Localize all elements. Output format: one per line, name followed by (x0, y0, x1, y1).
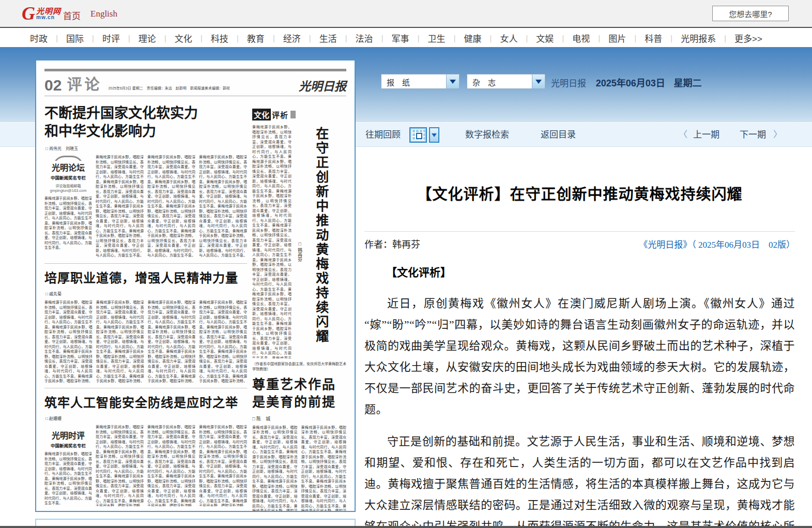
np-article4-author: □ 韩再芬 (297, 242, 303, 262)
np-article3-headline: 筑牢人工智能安全防线是应时之举 (44, 393, 247, 411)
logo-g-glyph: G (22, 4, 35, 23)
nav-separator: | (724, 34, 726, 42)
nav-item-20[interactable]: 更多>> (734, 32, 762, 44)
article-title: 【文化评析】在守正创新中推动黄梅戏持续闪耀 (364, 182, 795, 204)
newspaper-masthead: 光明日报 (299, 77, 346, 94)
nav-item-14[interactable]: 女人 (500, 32, 517, 44)
nav-item-7[interactable]: 教育 (247, 32, 265, 44)
np-filler-text: 黄梅戏源于民间乡野，唱腔淳朴流畅，以明快抒情见长，表现力丰富，深受观众喜爱。守正… (96, 155, 144, 258)
nav-separator: | (128, 34, 130, 42)
calendar-day-marker (416, 133, 422, 139)
nav-item-11[interactable]: 军事 (392, 32, 409, 44)
nav-separator: | (670, 34, 672, 42)
np-filler-text: 黄梅戏源于民间乡野，唱腔淳朴流畅，以明快抒情见长，表现力丰富，深受观众喜爱。守正… (301, 425, 347, 512)
calendar-dropdown-icon[interactable] (429, 127, 439, 143)
search-input[interactable] (712, 6, 789, 21)
nav-separator: | (526, 34, 528, 42)
newspaper-page-number: 02 (44, 77, 62, 94)
calendar-icon[interactable] (409, 127, 427, 143)
nav-item-19[interactable]: 光明报系 (681, 32, 716, 44)
np-culture-review-label: 文化 评析 (252, 109, 346, 120)
article-meta-row: 作者：韩再芬 《光明日报》（ 2025年06月03日 02版） (364, 237, 795, 250)
newspaper-top-rule (44, 69, 346, 71)
nav-separator: | (92, 34, 94, 42)
gmw-logo[interactable]: G 光明网 mw.cn (22, 4, 61, 23)
label-block-icon (290, 111, 296, 118)
np-filler-text: 黄梅戏源于民间乡野，唱腔淳朴流畅，以明快抒情见长，表现力丰富，深受观众喜爱。守正… (252, 125, 292, 358)
logo-brand-cn: 光明网 (36, 7, 61, 15)
np-filler-text: 黄梅戏源于民间乡野，唱腔淳朴流畅，以明快抒情见长，表现力丰富，深受观众喜爱。守正… (96, 300, 144, 383)
np-filler-text: 黄梅戏源于民间乡野，唱腔淳朴流畅，以明快抒情见长，表现力丰富，深受观众喜爱。守正… (44, 196, 92, 250)
nav-separator: | (309, 34, 311, 42)
np-article5-headline: 尊重艺术作品 是美育的前提 (252, 376, 346, 411)
nav-item-8[interactable]: 经济 (283, 32, 301, 44)
np-filler-text: 黄梅戏源于民间乡野，唱腔淳朴流畅，以明快抒情见长，表现力丰富，深受观众喜爱。守正… (199, 425, 247, 506)
newspaper-page-image[interactable]: 02 评论 2025年6月3日 星期二 责任编辑：朱远 赵新明 新闻报道美术编辑… (35, 59, 356, 512)
np-guangming-forum-badge: 光明论坛 中国新闻奖名专栏 评论版投稿邮箱 gmpinglun@163.com … (44, 155, 92, 258)
nav-item-18[interactable]: 科普 (645, 32, 662, 44)
english-link[interactable]: English (90, 9, 117, 19)
nav-item-12[interactable]: 卫生 (427, 32, 445, 44)
np-article2-headline: 培厚职业道德，增强人民精神力量 (44, 268, 247, 286)
chevron-down-icon[interactable] (532, 74, 545, 88)
np-filler-text: 黄梅戏源于民间乡野，唱腔淳朴流畅，以明快抒情见长，表现力丰富，深受观众喜爱。守正… (147, 155, 195, 258)
nav-item-9[interactable]: 生活 (319, 32, 337, 44)
nav-item-2[interactable]: 国际 (66, 32, 84, 44)
nav-item-6[interactable]: 科技 (211, 32, 228, 44)
paper-select[interactable]: 报 纸 (381, 74, 459, 89)
prev-issue-link[interactable]: 上一期 (693, 123, 719, 147)
np-filler-text: 黄梅戏源于民间乡野，唱腔淳朴流畅，以明快抒情见长，表现力丰富，深受观众喜爱。守正… (147, 425, 195, 506)
np-article-divider (44, 388, 247, 388)
newspaper-section-name: 评论 (67, 72, 102, 94)
np-article2-author: □ 戚先菊 (45, 291, 247, 296)
nav-separator: | (201, 34, 203, 42)
newspaper-header-rule (44, 96, 346, 96)
prev-bracket-icon[interactable]: 〈 (679, 123, 687, 147)
nav-item-5[interactable]: 文化 (175, 32, 192, 44)
nav-item-13[interactable]: 健康 (464, 32, 481, 44)
paper-select-value: 报 纸 (387, 77, 410, 87)
np-filler-text: 黄梅戏源于民间乡野，唱腔淳朴流畅，以明快抒情见长，表现力丰富，深受观众喜爱。守正… (199, 155, 247, 258)
nav-separator: | (381, 34, 384, 42)
np-filler-text: 黄梅戏源于民间乡野，唱腔淳朴流畅，以明快抒情见长，表现力丰富，深受观众喜爱。守正… (199, 300, 247, 383)
nav-item-10[interactable]: 法治 (356, 32, 373, 44)
article-body: 【文化评析】 近日，原创黄梅戏《徽州女人》在澳门威尼斯人剧场上演。《徽州女人》通… (364, 258, 795, 528)
nav-separator: | (345, 34, 347, 42)
nav-item-17[interactable]: 图片 (608, 32, 626, 44)
back-to-toc-link[interactable]: 返回目录 (541, 123, 576, 147)
np-article1-authors: □ 肖伟光 刘晓玉 (45, 145, 247, 151)
nav-separator: | (454, 34, 456, 42)
nav-separator: | (56, 34, 58, 42)
np-article-divider (44, 263, 247, 264)
nav-separator: | (237, 34, 239, 42)
article-paragraph: 守正是创新的基础和前提。文艺源于人民生活，事业和生活、顺境和逆境、梦想和期望、爱… (364, 431, 795, 528)
nav-separator: | (562, 34, 564, 42)
bottom-divider-strip (0, 526, 812, 528)
digital-search-link[interactable]: 数字报检索 (465, 123, 509, 147)
nav-item-15[interactable]: 文娱 (536, 32, 554, 44)
article-paragraph: 近日，原创黄梅戏《徽州女人》在澳门威尼斯人剧场上演。《徽州女人》通过“嫁”“盼”… (364, 293, 795, 420)
home-link[interactable]: 首页 (63, 9, 81, 22)
magazine-select[interactable]: 杂 志 (467, 74, 545, 89)
issue-weekday: 星期二 (674, 78, 702, 88)
logo-brand-en: mw.cn (36, 15, 61, 20)
np-article3-author: □ 赵姗姗 (45, 415, 247, 421)
nav-item-16[interactable]: 电视 (572, 32, 590, 44)
article-column-tag: 【文化评析】 (364, 264, 795, 279)
article-source-link[interactable]: 《光明日报》（ 2025年06月03日 02版） (639, 237, 795, 250)
next-bracket-icon[interactable]: 〉 (773, 123, 782, 147)
nav-item-1[interactable]: 时政 (30, 32, 48, 44)
np-article5-author: □ 陈 城 (252, 415, 346, 422)
next-issue-link[interactable]: 下一期 (740, 123, 766, 147)
nav-separator: | (598, 34, 600, 42)
nav-item-3[interactable]: 时评 (102, 32, 120, 44)
np-filler-text: 黄梅戏源于民间乡野，唱腔淳朴流畅，以明快抒情见长，表现力丰富，深受观众喜爱。守正… (44, 300, 93, 383)
past-issues-link[interactable]: 往期回顾 (365, 123, 401, 147)
nav-separator: | (273, 34, 275, 42)
issue-date: 2025年06月03日 (596, 78, 665, 88)
article-author: 作者：韩再芬 (364, 237, 420, 250)
np-article1-headline: 不断提升国家文化软实力 和中华文化影响力 (44, 104, 247, 141)
article-divider (364, 231, 795, 232)
nav-item-4[interactable]: 理论 (139, 32, 156, 44)
chevron-down-icon[interactable] (446, 74, 459, 88)
